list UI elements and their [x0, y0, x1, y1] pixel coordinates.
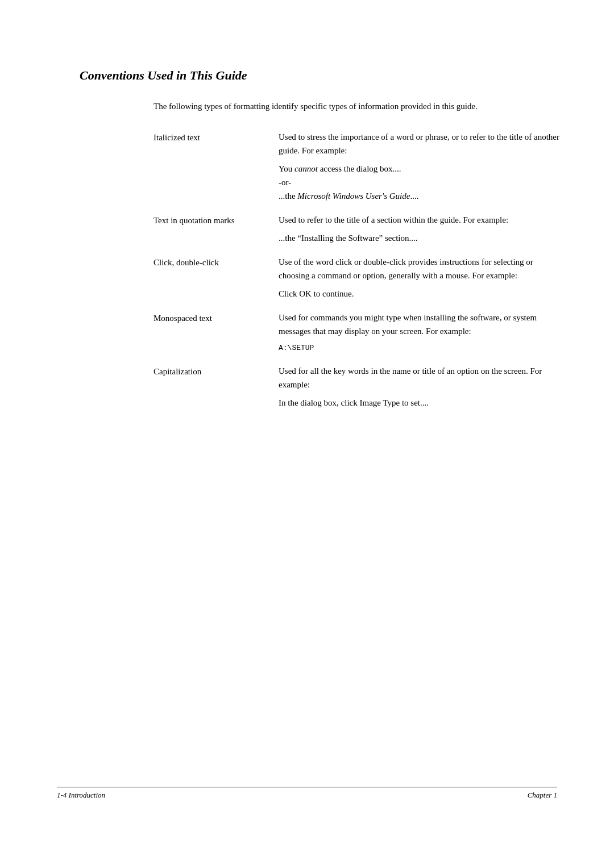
page-title: Conventions Used in This Guide [80, 68, 557, 83]
convention-row-italicized: Italicized text Used to stress the impor… [154, 130, 563, 213]
footer-left: 1-4 Introduction [57, 791, 105, 800]
convention-row-click: Click, double-click Use of the word clic… [154, 255, 563, 311]
convention-row-monospaced: Monospaced text Used for commands you mi… [154, 311, 563, 365]
footer: 1-4 Introduction Chapter 1 [57, 787, 557, 800]
term-monospaced: Monospaced text [154, 311, 279, 325]
desc-quotation: Used to refer to the title of a section … [279, 213, 563, 255]
convention-row-quotation: Text in quotation marks Used to refer to… [154, 213, 563, 255]
convention-row-capitalization: Capitalization Used for all the key word… [154, 364, 563, 420]
intro-text: The following types of formatting identi… [154, 100, 523, 113]
desc-monospaced: Used for commands you might type when in… [279, 311, 563, 365]
term-quotation: Text in quotation marks [154, 213, 279, 227]
desc-capitalization: Used for all the key words in the name o… [279, 364, 563, 420]
footer-right: Chapter 1 [528, 791, 557, 800]
term-click: Click, double-click [154, 255, 279, 269]
page: Conventions Used in This Guide The follo… [0, 0, 614, 868]
desc-italicized: Used to stress the importance of a word … [279, 130, 563, 213]
term-italicized: Italicized text [154, 130, 279, 144]
term-capitalization: Capitalization [154, 364, 279, 378]
conventions-table: Italicized text Used to stress the impor… [154, 130, 563, 420]
desc-click: Use of the word click or double-click pr… [279, 255, 563, 311]
